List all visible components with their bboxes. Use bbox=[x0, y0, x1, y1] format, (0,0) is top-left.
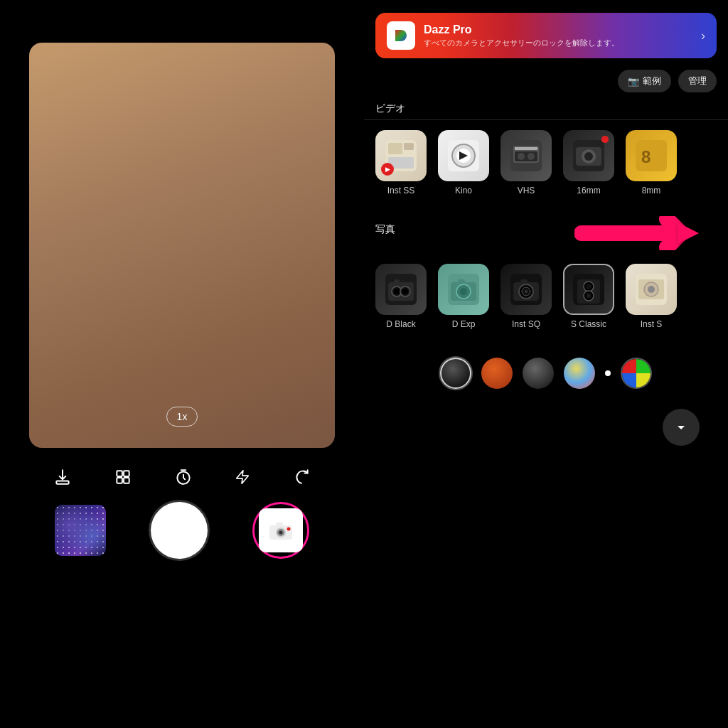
svg-rect-2 bbox=[124, 471, 129, 476]
swatch-separator-dot bbox=[605, 370, 611, 376]
svg-rect-51 bbox=[520, 279, 528, 283]
video-camera-scroll[interactable]: ▶ Inst SS Kino bbox=[364, 120, 728, 205]
svg-point-39 bbox=[402, 289, 408, 294]
examples-button[interactable]: 📷 範例 bbox=[618, 70, 671, 92]
camera-mode-icon bbox=[259, 508, 303, 552]
camera-item-sclassic[interactable]: S Classic bbox=[563, 264, 614, 329]
camera-viewfinder: 1x bbox=[29, 43, 335, 448]
dazz-subtitle: すべてのカメラとアクセサリーのロックを解除します。 bbox=[424, 38, 692, 48]
svg-rect-4 bbox=[124, 478, 129, 483]
svg-point-10 bbox=[279, 531, 282, 535]
camera-item-dblack[interactable]: D Black bbox=[375, 264, 427, 329]
svg-point-37 bbox=[394, 289, 400, 294]
photo-section-row: 写真 bbox=[364, 205, 728, 254]
svg-point-30 bbox=[584, 152, 593, 161]
left-panel: 1x bbox=[0, 0, 364, 728]
dexp-icon bbox=[438, 264, 489, 315]
camera-item-16mm[interactable]: 16mm bbox=[563, 130, 614, 196]
svg-rect-26 bbox=[528, 153, 535, 160]
scroll-down-button[interactable] bbox=[663, 409, 700, 446]
svg-marker-33 bbox=[678, 223, 699, 244]
zoom-badge[interactable]: 1x bbox=[166, 407, 198, 427]
direction-arrow bbox=[574, 208, 717, 251]
8mm-icon: 8 bbox=[626, 130, 677, 181]
camera-item-inst-ss[interactable]: ▶ Inst SS bbox=[375, 130, 427, 196]
insts2-label: Inst S bbox=[641, 319, 663, 329]
svg-point-55 bbox=[586, 284, 592, 289]
instsq-icon bbox=[500, 264, 552, 315]
svg-rect-0 bbox=[57, 481, 69, 483]
svg-rect-1 bbox=[117, 471, 123, 476]
svg-rect-16 bbox=[404, 143, 414, 150]
video-section-label: ビデオ bbox=[364, 98, 728, 120]
vhs-label: VHS bbox=[518, 186, 535, 196]
dblack-icon bbox=[375, 264, 427, 315]
8mm-label: 8mm bbox=[642, 186, 661, 196]
dblack-label: D Black bbox=[386, 319, 415, 329]
manage-label: 管理 bbox=[688, 75, 707, 87]
svg-point-50 bbox=[525, 290, 528, 293]
manage-button[interactable]: 管理 bbox=[678, 70, 717, 92]
timer-icon[interactable] bbox=[174, 468, 193, 486]
camera-controls bbox=[33, 468, 331, 486]
16mm-label: 16mm bbox=[577, 186, 600, 196]
dazz-title: Dazz Pro bbox=[424, 23, 692, 36]
camera-mode-button[interactable] bbox=[252, 502, 309, 559]
swatch-grid-color[interactable] bbox=[621, 358, 652, 389]
svg-rect-45 bbox=[458, 279, 465, 283]
camera-item-insts2[interactable]: Inst S bbox=[626, 264, 677, 329]
vhs-icon bbox=[500, 130, 552, 181]
photo-section-label: 写真 bbox=[375, 219, 487, 240]
kino-icon bbox=[438, 130, 489, 181]
flash-icon[interactable] bbox=[235, 468, 250, 486]
camera-bottom bbox=[33, 502, 331, 559]
svg-rect-11 bbox=[276, 523, 283, 526]
inst-ss-label: Inst SS bbox=[387, 186, 415, 196]
16mm-icon bbox=[563, 130, 614, 181]
scroll-down-container bbox=[364, 402, 728, 446]
svg-rect-40 bbox=[394, 279, 400, 283]
swatch-darkgray[interactable] bbox=[523, 358, 554, 389]
swatch-black[interactable] bbox=[440, 358, 471, 389]
dazz-logo bbox=[387, 21, 415, 50]
arrow-container bbox=[494, 208, 717, 251]
svg-point-62 bbox=[648, 286, 655, 293]
swatch-multicolor[interactable] bbox=[564, 358, 595, 389]
shutter-button[interactable] bbox=[151, 502, 208, 559]
dazz-text-block: Dazz Pro すべてのカメラとアクセサリーのロックを解除します。 bbox=[424, 23, 692, 48]
camera-item-kino[interactable]: Kino bbox=[438, 130, 489, 196]
svg-rect-25 bbox=[518, 153, 525, 160]
examples-label: 範例 bbox=[643, 75, 661, 87]
sclassic-icon bbox=[563, 264, 614, 315]
flip-camera-icon[interactable] bbox=[292, 468, 311, 486]
svg-point-44 bbox=[460, 288, 467, 295]
right-panel: Dazz Pro すべてのカメラとアクセサリーのロックを解除します。 › 📷 範… bbox=[364, 0, 728, 728]
action-buttons-row: 📷 範例 管理 bbox=[364, 70, 728, 92]
play-badge: ▶ bbox=[381, 163, 394, 176]
svg-rect-23 bbox=[515, 147, 537, 150]
swatch-orange[interactable] bbox=[481, 358, 513, 389]
camera-item-8mm[interactable]: 8 8mm bbox=[626, 130, 677, 196]
camera-small-icon: 📷 bbox=[628, 76, 639, 87]
svg-point-12 bbox=[287, 528, 290, 531]
dazz-pro-banner[interactable]: Dazz Pro すべてのカメラとアクセサリーのロックを解除します。 › bbox=[375, 13, 717, 58]
svg-rect-31 bbox=[636, 140, 667, 171]
sclassic-label: S Classic bbox=[571, 319, 606, 329]
svg-rect-3 bbox=[117, 478, 123, 483]
thumbnail-preview[interactable] bbox=[55, 505, 106, 556]
import-icon[interactable] bbox=[53, 468, 72, 486]
insts2-icon bbox=[626, 264, 677, 315]
dexp-label: D Exp bbox=[452, 319, 476, 329]
inst-ss-icon: ▶ bbox=[375, 130, 427, 181]
kino-label: Kino bbox=[455, 186, 472, 196]
layers-icon[interactable] bbox=[114, 468, 132, 486]
color-swatches-row bbox=[364, 345, 728, 402]
dazz-chevron-icon: › bbox=[701, 28, 705, 43]
camera-item-instsq[interactable]: Inst SQ bbox=[500, 264, 552, 329]
camera-item-vhs[interactable]: VHS bbox=[500, 130, 552, 196]
instsq-label: Inst SQ bbox=[512, 319, 540, 329]
photo-camera-scroll[interactable]: D Black D Exp bbox=[364, 254, 728, 339]
svg-text:8: 8 bbox=[641, 147, 651, 166]
camera-item-dexp[interactable]: D Exp bbox=[438, 264, 489, 329]
svg-rect-15 bbox=[388, 143, 402, 154]
